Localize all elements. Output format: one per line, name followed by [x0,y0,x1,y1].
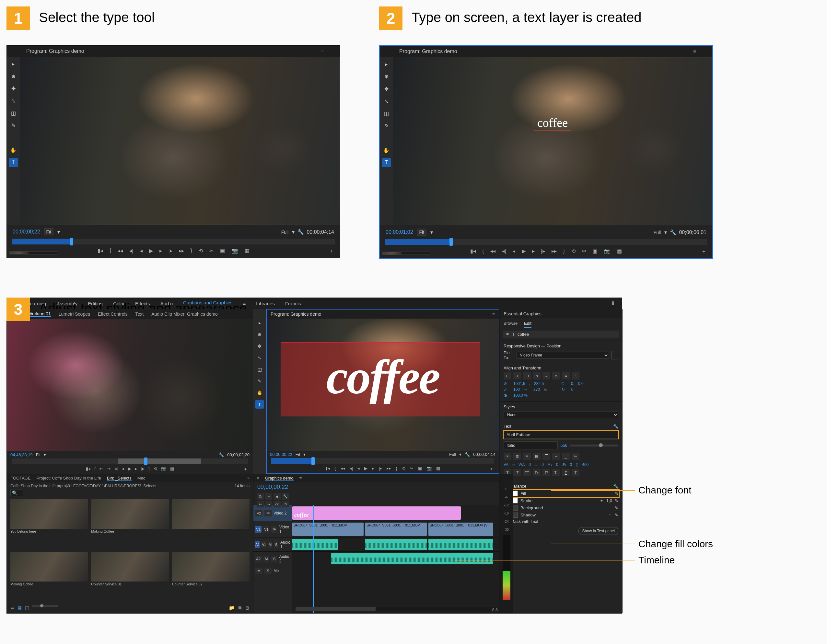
playhead[interactable] [313,505,314,613]
superscript-icon[interactable]: T² [543,469,550,476]
track-mix-header[interactable]: M S Mix [253,566,292,576]
align-top-icon[interactable]: ⫏ [533,372,540,380]
extra-value[interactable]: 400 [582,462,588,467]
bracket-in-icon[interactable]: { [482,248,484,254]
zoom-scrollbar[interactable] [9,251,57,255]
bracket-out-icon[interactable]: } [563,248,565,254]
new-bin-icon[interactable]: 📁 [229,605,234,610]
go-to-out-icon[interactable]: |▸ [541,248,545,254]
track-v1-toggle[interactable]: V1 [264,526,270,533]
resolution-select[interactable]: Full [449,452,456,457]
step-forward-icon[interactable]: ▸ [372,466,374,471]
button-editor-icon[interactable]: ＋ [489,466,493,472]
program-viewport[interactable]: coffee [393,57,712,226]
align-justify-icon[interactable]: ▤ [533,453,540,460]
tab-sequence[interactable]: Graphics demo [265,476,293,481]
step-fwd-icon[interactable]: |▸ [141,466,145,471]
stroke-row[interactable]: Stroke ＋ 1,0 ✎ [504,498,618,504]
track-a1-toggle[interactable]: A1 [262,541,266,548]
track-a2-toggle[interactable]: A2 [255,555,262,562]
tab-mec[interactable]: Mec [137,476,145,481]
rectangle-tool-icon[interactable]: ◫ [9,109,18,118]
distribute-v-icon[interactable]: ⋮ [572,372,579,380]
align-left-icon[interactable]: ⫍ [504,372,511,380]
loop-icon[interactable]: ⟲ [154,466,157,471]
button-editor-icon[interactable]: ＋ [701,248,707,255]
mute-icon[interactable]: M [268,541,272,548]
step-back-icon[interactable]: ◂| [114,466,118,471]
resolution-caret-icon[interactable]: ▾ [664,230,667,235]
fill-row[interactable]: ✓ Fill ✎ [504,490,618,496]
step-back-icon[interactable]: ◂ [357,466,360,471]
solo-icon[interactable]: S [274,541,278,548]
zoom-scrollbar[interactable] [382,252,431,255]
leading-value[interactable]: 0 [541,462,544,467]
faux-italic-icon[interactable]: T [513,469,521,476]
clip-thumbnail[interactable] [172,552,250,582]
font-size-value[interactable]: 556 [560,443,568,448]
go-to-out-icon[interactable]: |▸ [169,248,172,254]
font-family-select[interactable]: Abril Fatface [504,431,618,439]
zoom-fit-select[interactable]: Fit [417,229,427,236]
wrench-icon[interactable]: 🔧 [219,452,224,457]
pin-grid-icon[interactable] [612,351,618,359]
clip-thumbnail[interactable] [172,499,250,529]
rotate-tool-icon[interactable]: ⤡ [382,96,391,106]
selection-tool-icon[interactable]: ▸ [255,319,264,327]
wrench-icon[interactable]: 🔧 [670,230,676,235]
export-frame-icon[interactable]: 📷 [231,248,238,254]
rotate-value[interactable]: 0 [571,387,574,392]
program-timecode-current[interactable]: 00;00;00;22 [270,452,292,457]
clip-thumbnail[interactable] [91,499,169,529]
mute-icon[interactable]: M [264,555,270,562]
underline-icon[interactable]: T [562,469,570,476]
anchor-x[interactable]: 0, [571,381,574,386]
wrench-icon[interactable]: 🔧 [613,424,618,429]
eye-icon[interactable]: 👁 [264,510,272,516]
mark-in-icon[interactable]: ▮◂ [98,248,103,254]
trash-icon[interactable]: 🗑 [245,605,250,610]
step-forward-icon[interactable]: ▸ [159,248,162,254]
vector-tool-icon[interactable]: ⊕ [382,72,391,81]
marker-icon[interactable]: ◆ [273,493,281,499]
eg-tab-edit[interactable]: Edit [524,320,531,328]
tsumi-value[interactable]: 0 [570,462,572,467]
scrub-bar[interactable] [385,239,707,245]
mark-in-icon[interactable]: ▮◂ [325,466,330,471]
lane-v2[interactable]: coffee [292,505,499,521]
mark-in-icon[interactable]: ▮◂ [86,466,91,471]
wrench-icon[interactable]: ↻ [282,501,289,507]
comparison-view-icon[interactable]: ▦ [170,466,174,471]
hand-tool-icon[interactable]: ✋ [9,145,18,154]
insert-icon[interactable]: ⇤ [100,466,103,471]
solo-icon[interactable]: S [264,568,272,574]
step-back-icon[interactable]: ◂ [513,248,515,254]
font-style-select[interactable]: Italic [504,441,558,450]
baseline-value[interactable]: 0 [556,462,559,467]
add-stroke-icon[interactable]: ＋ [599,498,604,504]
fwd-icon[interactable]: ▸ [135,466,137,471]
source-timecode-current[interactable]: 04;46;38;19 [10,452,33,457]
eg-layer-row[interactable]: 👁 T coffee [503,331,619,338]
align-right-text-icon[interactable]: ≡ [523,453,531,460]
bracket-in-icon[interactable]: { [334,466,336,471]
align-bottom-text-icon[interactable]: ▁ [562,453,570,460]
bracket-out-icon[interactable]: } [190,248,192,254]
pen-tool-icon[interactable]: ✎ [255,377,264,385]
track-a1-header[interactable]: A1 A1 M S Audio 1 [253,537,292,551]
panel-menu-icon[interactable]: ≡ [321,48,324,54]
lift-icon[interactable]: ✂ [209,248,214,254]
insert-icon[interactable]: ⇤ [257,501,264,507]
source-fit-caret-icon[interactable]: ▾ [44,452,46,457]
thumb-size-slider[interactable] [33,605,58,607]
kerning-value[interactable]: 0 [529,462,531,467]
move-tool-icon[interactable]: ✥ [382,84,391,93]
resolution-select[interactable]: Full [279,229,291,235]
type-tool-icon[interactable]: T [382,158,391,167]
move-tool-icon[interactable]: ✥ [9,84,18,93]
resolution-caret-icon[interactable]: ▾ [292,229,295,235]
align-top-text-icon[interactable]: ▔ [543,453,550,460]
comparison-view-icon[interactable]: ▦ [436,466,440,471]
tracking-value[interactable]: 0 [512,462,515,467]
tab-libraries[interactable]: Libraries [256,301,275,306]
